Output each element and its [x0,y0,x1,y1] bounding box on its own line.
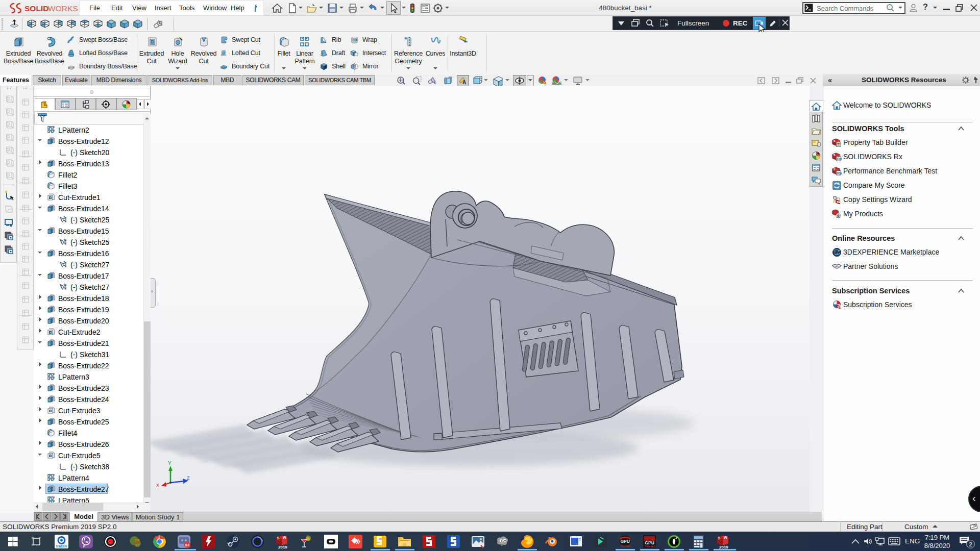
svg-text:S: S [834,139,836,142]
svg-text:WORKS: WORKS [48,4,78,13]
svg-text:2019: 2019 [719,545,728,549]
svg-text:TweakII: TweakII [645,545,655,548]
svg-text:9+: 9+ [185,543,190,547]
svg-text:S: S [834,154,836,157]
svg-text:tracen: tracen [56,544,67,548]
svg-text:19: 19 [135,538,139,542]
svg-text:SW: SW [837,201,842,204]
svg-text:GPU: GPU [621,539,630,544]
svg-text:A: A [462,80,466,85]
svg-text:2019: 2019 [278,545,287,549]
svg-text:Rx: Rx [837,171,842,176]
svg-text:W: W [283,536,286,539]
svg-text:TweakII: TweakII [620,544,631,547]
svg-text:W: W [724,536,727,539]
svg-text:X: X [156,483,159,488]
svg-text:SW: SW [838,305,842,308]
svg-text:SOLID: SOLID [24,4,48,13]
svg-text:Z: Z [187,475,190,481]
svg-text:17: 17 [135,543,140,547]
svg-text:S: S [834,168,836,171]
svg-text:S: S [277,536,280,540]
svg-text:S: S [718,536,721,540]
svg-text:CD: CD [352,38,357,42]
svg-text:Y: Y [168,461,172,466]
svg-text:Rx: Rx [837,157,842,161]
